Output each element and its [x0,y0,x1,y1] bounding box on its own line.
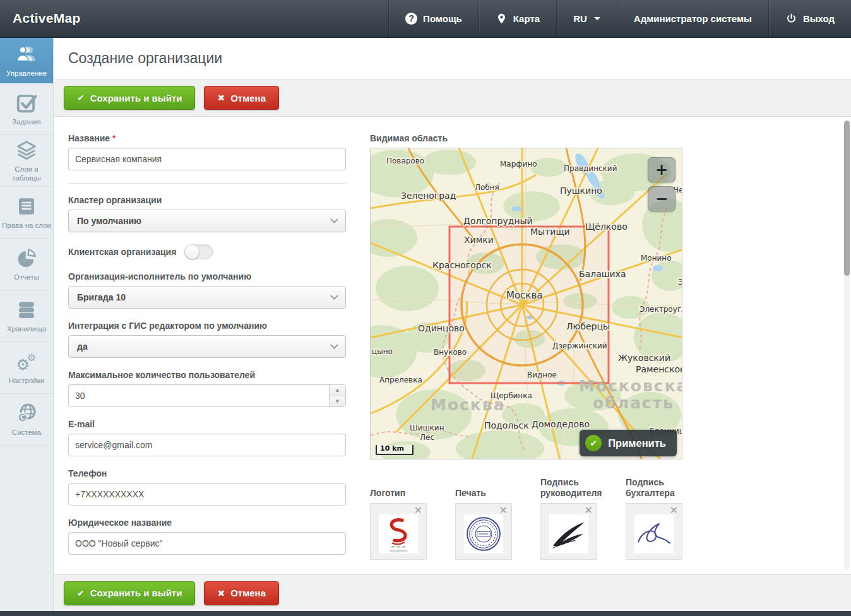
map-label: Раменское [636,364,682,374]
attachment-image-logo [379,514,418,554]
max-users-field: Максимальное количество пользователей ▲ … [68,370,346,407]
map-column: Видимая область [370,117,684,560]
client-org-toggle[interactable] [184,244,213,259]
system-icon: C [15,402,38,425]
map-label: Внуково [434,348,467,357]
attachment-box-signature-accountant[interactable]: ✕ [626,503,682,560]
default-executor-select[interactable]: Бригада 10 [68,286,346,309]
map-label: Долгопрудный [463,216,533,226]
sidebar-item-settings[interactable]: ⚙⚙Настройки [0,342,53,394]
topbar-item-account[interactable]: Администратор системы [617,0,768,37]
cluster-select[interactable]: По умолчанию [68,210,346,232]
email-field: E-mail [68,419,346,456]
topbar-menu: ?ПомощьКартаRUАдминистратор системыВыход [388,0,851,37]
map-label: Правдинский [564,164,617,173]
attachment-box-signature-head[interactable]: ✕ [540,503,597,560]
map-label: Видное [527,370,557,379]
vertical-scrollbar[interactable] [844,121,850,571]
save-button-label: Сохранить и выйти [90,93,182,104]
sidebar-item-layers[interactable]: Слои и таблицы [0,135,53,187]
topbar-item-map[interactable]: Карта [479,0,556,37]
map-label: Пушкино [560,186,602,196]
cancel-button-bottom[interactable]: ✖ Отмена [204,581,279,605]
zoom-out-button[interactable]: − [648,186,675,211]
cross-icon: ✖ [217,588,225,598]
chevron-down-icon [330,341,338,349]
name-input[interactable] [68,148,346,170]
map-label: Лес [420,433,434,442]
map-label: Лобня [475,183,499,192]
sidebar-item-label: Система [10,428,43,437]
cross-icon: ✖ [217,93,225,103]
main-panel: Создание организации ✔ Сохранить и выйти… [54,38,851,611]
client-org-label: Клиентская организация [68,247,176,257]
cancel-button[interactable]: ✖ Отмена [204,86,279,110]
sidebar-item-label: Управление [4,69,49,78]
default-executor-field: Организация-исполнитель по умолчанию Бри… [68,271,346,309]
gis-integration-field: Интеграция с ГИС редактором по умолчанию… [68,321,346,358]
attachments-row: Логотип✕Печать✕Подпись руководителя✕Подп… [370,476,684,560]
topbar-item-help[interactable]: ?Помощь [388,0,479,37]
sidebar-item-system[interactable]: CСистема [0,394,53,446]
required-asterisk: * [112,133,116,143]
attachment-box-logo[interactable]: ✕ [370,503,427,560]
phone-input[interactable] [68,483,346,506]
attachment-image-stamp [464,514,503,554]
map-canvas[interactable]: ПоваровоМарфиноПравдинскийПушкиноЗеленог… [371,148,682,459]
map-label: Домодедово [532,419,590,429]
map-label: Мытищи [530,227,570,237]
help-icon: ? [405,13,417,25]
organization-form: Название* Кластер организации По умолчан… [68,117,346,567]
apply-button-label: Применить [608,437,666,449]
activemap-app: ActiveMap ?ПомощьКартаRUАдминистратор си… [0,0,851,616]
tasks-icon [15,92,38,114]
topbar-item-lang[interactable]: RU [556,0,617,37]
sidebar: УправлениеЗаданияСлои и таблицыПрава на … [0,38,54,611]
caret-down-icon [594,17,600,20]
save-button[interactable]: ✔ Сохранить и выйти [64,86,195,110]
spinner-up-button[interactable]: ▲ [330,385,345,396]
sidebar-item-storage[interactable]: Хранилища [0,290,53,342]
map-label: Щёлково [585,222,628,232]
attachment-box-stamp[interactable]: ✕ [455,503,512,560]
cluster-select-value: По умолчанию [77,216,141,226]
settings-icon: ⚙⚙ [15,350,38,373]
spinner-down-button[interactable]: ▼ [330,396,345,407]
top-navbar: ActiveMap ?ПомощьКартаRUАдминистратор си… [0,0,851,38]
topbar-item-logout[interactable]: Выход [768,0,851,37]
map-label: Жуковский [618,353,670,363]
save-button-bottom[interactable]: ✔ Сохранить и выйти [64,581,195,605]
sidebar-item-label: Отчеты [12,273,41,281]
apply-button[interactable]: ✔ Применить [580,430,677,456]
map-label: Шишкин [410,424,444,432]
sidebar-item-label: Права на слои [0,221,53,230]
phone-label: Телефон [68,468,346,478]
toggle-knob [185,245,199,259]
email-input[interactable] [68,434,346,456]
sidebar-item-rights[interactable]: Права на слои [0,187,53,239]
map-label: Подольск [484,420,529,430]
legal-name-input[interactable] [68,532,346,555]
zoom-in-button[interactable]: + [648,157,675,182]
chevron-down-icon [330,292,338,300]
sidebar-item-label: Задания [10,117,42,126]
sidebar-item-tasks[interactable]: Задания [0,83,53,135]
map-label: Эл [678,278,682,287]
map-pin-icon [496,13,508,25]
gis-integration-select[interactable]: да [68,335,346,358]
visible-area-map[interactable]: ПоваровоМарфиноПравдинскийПушкиноЗеленог… [370,148,682,459]
app-logo[interactable]: ActiveMap [13,11,81,26]
management-icon [15,43,38,66]
rights-icon [15,195,38,218]
map-selection-rectangle[interactable] [449,227,609,383]
map-label: Балашиха [579,269,626,279]
topbar-item-label: RU [573,13,587,24]
sidebar-item-reports[interactable]: Отчеты [0,239,53,290]
max-users-input[interactable] [68,384,346,407]
sidebar-item-management[interactable]: Управление [0,38,53,83]
scrollbar-thumb[interactable] [844,121,850,276]
map-label: Химки [464,235,494,245]
map-label: Апрелевка [379,376,422,384]
map-label: Монино [641,254,672,263]
sidebar-item-label: Слои и таблицы [0,165,53,183]
